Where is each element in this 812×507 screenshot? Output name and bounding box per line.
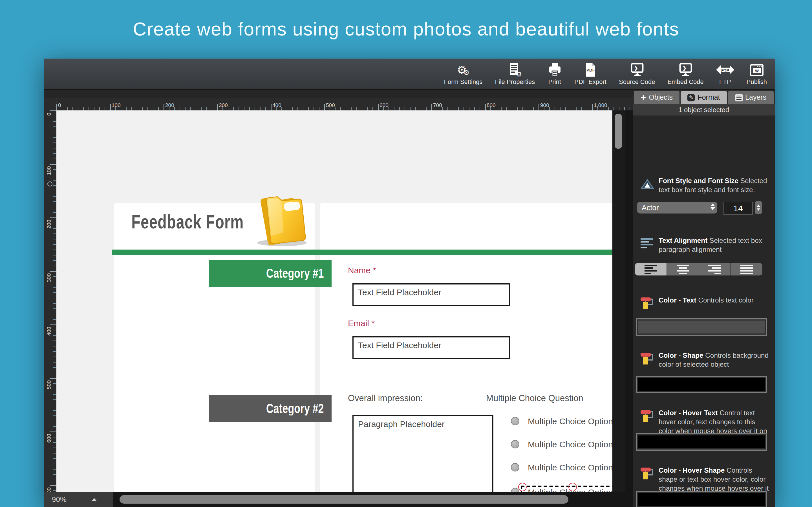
horizontal-ruler: 0 100 200 300 400 500 600 700 800 900 1,… bbox=[44, 98, 633, 110]
ruler-label: 1,000 bbox=[594, 102, 607, 108]
multiple-choice-question-label[interactable]: Multiple Choice Question bbox=[486, 393, 583, 403]
ruler-corner bbox=[44, 98, 56, 110]
format-panel: Font Style and Font Size Selected text b… bbox=[633, 115, 775, 507]
toolbar: ⚙⚙ Form Settings ⚙ File Properties Print… bbox=[44, 59, 775, 90]
ruler-label: 500 bbox=[46, 380, 52, 389]
ruler-label: 0 bbox=[58, 102, 61, 108]
color-text-icon bbox=[640, 297, 655, 312]
vertical-scrollbar-thumb[interactable] bbox=[615, 114, 622, 149]
gears-icon: ⚙⚙ bbox=[457, 62, 469, 77]
name-field-label[interactable]: Name * bbox=[348, 265, 376, 275]
svg-text:⚙: ⚙ bbox=[516, 70, 521, 77]
ruler-label: 900 bbox=[540, 102, 549, 108]
font-style-icon bbox=[640, 179, 655, 190]
color-shape-swatch[interactable] bbox=[636, 376, 767, 393]
embed-code-button[interactable]: ❯ Embed Code bbox=[667, 62, 703, 85]
ftp-button[interactable]: FTP FTP bbox=[716, 62, 734, 85]
zoom-level-value: 90% bbox=[52, 495, 66, 504]
color-text-swatch[interactable] bbox=[636, 318, 767, 336]
horizontal-scrollbar-thumb[interactable] bbox=[119, 495, 568, 504]
pdf-export-button[interactable]: PDF PDF Export bbox=[574, 62, 606, 85]
resize-handle-nw[interactable] bbox=[518, 483, 527, 491]
paragraph-text-area[interactable]: Paragraph Placeholder bbox=[352, 415, 493, 492]
form-title-textbox[interactable]: Feedback Form bbox=[132, 211, 244, 233]
svg-text:❯: ❯ bbox=[682, 65, 687, 71]
ruler-label: 300 bbox=[219, 102, 228, 108]
form-settings-button[interactable]: ⚙⚙ Form Settings bbox=[444, 62, 483, 85]
category1-heading[interactable]: Category #1 bbox=[209, 260, 332, 287]
radio-option-3[interactable] bbox=[511, 463, 519, 471]
plus-icon: + bbox=[641, 93, 646, 103]
vertical-scrollbar[interactable] bbox=[612, 110, 625, 492]
font-family-dropdown[interactable]: Actor bbox=[637, 202, 717, 214]
zoom-level-control[interactable]: 90% bbox=[44, 492, 113, 507]
ruler-label: 600 bbox=[46, 434, 52, 443]
color-hover-text-icon bbox=[640, 409, 655, 424]
file-properties-button[interactable]: ⚙ File Properties bbox=[495, 62, 535, 85]
radio-option-1[interactable] bbox=[511, 417, 519, 425]
ftp-arrows-icon: FTP bbox=[716, 62, 734, 77]
align-right-button[interactable] bbox=[699, 263, 731, 276]
align-center-button[interactable] bbox=[667, 263, 699, 276]
tab-objects[interactable]: + Objects bbox=[634, 91, 680, 104]
selection-status: 1 object selected bbox=[633, 104, 775, 116]
print-button[interactable]: Print bbox=[547, 62, 562, 85]
ruler-label: 100 bbox=[46, 166, 52, 175]
color-shape-section-text: Color - Shape Controls background color … bbox=[659, 351, 769, 369]
font-style-section-text: Font Style and Font Size Selected text b… bbox=[659, 176, 769, 194]
ruler-label: 600 bbox=[379, 102, 389, 108]
color-hover-text-swatch[interactable] bbox=[636, 433, 767, 451]
align-justify-button[interactable] bbox=[731, 263, 763, 276]
color-hover-shape-swatch[interactable] bbox=[636, 491, 767, 507]
publish-button[interactable]: W Publish bbox=[747, 62, 767, 85]
selection-bounding-box[interactable] bbox=[521, 486, 612, 492]
overall-impression-label[interactable]: Overall impression: bbox=[348, 393, 423, 403]
browser-window-icon: W bbox=[750, 62, 763, 77]
folder-image[interactable] bbox=[253, 189, 318, 249]
font-size-field[interactable]: 14 bbox=[723, 202, 753, 215]
source-code-button[interactable]: ❯ Source Code bbox=[619, 62, 655, 85]
alignment-segmented-control bbox=[635, 263, 762, 276]
printer-icon bbox=[547, 62, 562, 77]
svg-text:W: W bbox=[755, 69, 759, 73]
color-shape-icon bbox=[640, 352, 655, 367]
ruler-label: 100 bbox=[112, 102, 121, 108]
color-text-section-text: Color - Text Controls text color bbox=[659, 296, 769, 305]
canvas-bottom-bar: 90% bbox=[44, 492, 633, 507]
option-1-label[interactable]: Multiple Choice Option 1 bbox=[528, 416, 612, 426]
text-alignment-icon bbox=[640, 238, 655, 248]
monitor-code-icon: ❯ bbox=[629, 62, 644, 77]
email-field-label[interactable]: Email * bbox=[348, 318, 375, 328]
tab-layers[interactable]: Layers bbox=[728, 91, 774, 104]
ruler-label: 400 bbox=[272, 102, 282, 108]
tab-format[interactable]: ✎ Format bbox=[681, 91, 727, 104]
option-2-label[interactable]: Multiple Choice Option 2 bbox=[528, 439, 612, 449]
banner: Create web forms using custom photos and… bbox=[0, 0, 812, 59]
svg-text:FTP: FTP bbox=[721, 68, 729, 73]
design-canvas[interactable]: Feedback Form bbox=[56, 110, 612, 492]
resize-handle-n[interactable] bbox=[568, 483, 577, 491]
canvas-right-edge bbox=[625, 110, 633, 492]
screen: Create web forms using custom photos and… bbox=[0, 0, 812, 507]
svg-text:PDF: PDF bbox=[587, 68, 595, 72]
document-gear-icon: ⚙ bbox=[509, 62, 521, 77]
list-icon bbox=[735, 94, 742, 101]
option-3-label[interactable]: Multiple Choice Option 3 bbox=[528, 462, 612, 472]
app-window: ⚙⚙ Form Settings ⚙ File Properties Print… bbox=[44, 59, 775, 507]
panel-tab-bar: + Objects ✎ Format Layers bbox=[633, 90, 775, 104]
font-size-stepper[interactable] bbox=[755, 201, 762, 214]
ruler-label: 300 bbox=[46, 273, 52, 282]
ruler-origin-marker bbox=[47, 181, 52, 186]
ruler-label: 200 bbox=[165, 102, 174, 108]
radio-option-2[interactable] bbox=[511, 440, 519, 448]
banner-title: Create web forms using custom photos and… bbox=[133, 18, 679, 40]
ruler-label: 700 bbox=[433, 102, 442, 108]
vertical-ruler: 0 100 200 300 400 500 600 700 bbox=[44, 110, 56, 492]
align-left-button[interactable] bbox=[635, 263, 667, 276]
category2-heading[interactable]: Category #2 bbox=[209, 395, 332, 422]
green-divider-bar[interactable] bbox=[112, 249, 612, 255]
ruler-label: 400 bbox=[46, 327, 52, 336]
email-text-field[interactable]: Text Field Placeholder bbox=[352, 336, 510, 359]
ruler-label: 500 bbox=[326, 102, 335, 108]
name-text-field[interactable]: Text Field Placeholder bbox=[352, 283, 510, 306]
